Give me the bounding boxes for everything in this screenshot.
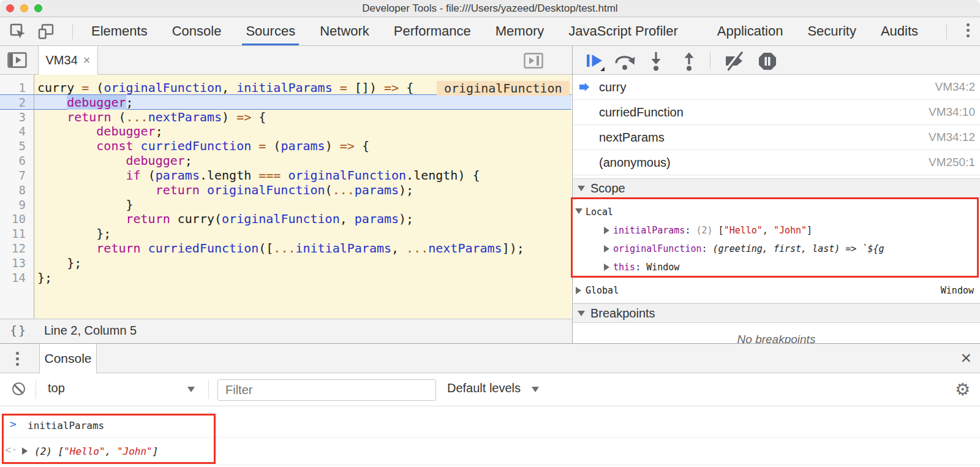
call-stack-frame[interactable]: (anonymous)VM250:1 [573, 150, 980, 175]
scope-global-label: Global [586, 278, 619, 303]
frame-name: (anonymous) [599, 150, 671, 175]
show-navigator-icon[interactable] [7, 52, 27, 68]
line-number[interactable]: 11 [12, 226, 26, 241]
frame-location: VM34:12 [929, 125, 975, 150]
code-line[interactable]: const curriedFunction = (params) => { [37, 139, 369, 153]
line-number[interactable]: 2 [19, 95, 26, 110]
line-number[interactable]: 9 [19, 197, 26, 212]
pretty-print-icon[interactable]: {} [10, 323, 27, 338]
call-stack-frame[interactable]: nextParamsVM34:12 [573, 125, 980, 150]
tab-audits[interactable]: Audits [869, 17, 930, 45]
code-line[interactable]: debugger; [37, 95, 134, 110]
active-frame-arrow-icon [579, 83, 589, 91]
tab-memory[interactable]: Memory [483, 17, 556, 45]
no-breakpoints-text: No breakpoints [573, 333, 980, 343]
line-number[interactable]: 7 [19, 168, 26, 183]
tab-application[interactable]: Application [705, 17, 796, 45]
debugger-toolbar [573, 46, 980, 75]
editor-status-bar: {} Line 2, Column 5 [0, 319, 572, 343]
deactivate-breakpoints-icon[interactable] [723, 51, 747, 71]
file-tab-strip: VM34× [0, 46, 572, 75]
line-number[interactable]: 3 [19, 110, 26, 124]
code-line[interactable]: return curry(originalFunction, params); [37, 211, 413, 226]
line-number-gutter[interactable]: 1234567891011121314 [0, 75, 34, 319]
code-line[interactable]: return curriedFunction([...initialParams… [37, 241, 524, 256]
window-titlebar: Developer Tools - file:///Users/yazeed/D… [0, 0, 980, 17]
line-number[interactable]: 1 [19, 80, 26, 95]
toolbar-separator [72, 24, 73, 39]
step-into-icon[interactable] [649, 51, 663, 71]
code-editor[interactable]: 1234567891011121314 curry = (originalFun… [0, 75, 571, 319]
file-tab-vm34[interactable]: VM34× [38, 46, 98, 75]
code-line[interactable]: return originalFunction(...params); [37, 183, 413, 197]
code-line[interactable]: curry = (originalFunction, initialParams… [37, 80, 413, 95]
frame-name: curry [599, 75, 626, 99]
tab-console[interactable]: Console [160, 17, 234, 45]
annotation-box-scope [571, 197, 979, 278]
more-options-icon[interactable] [967, 23, 970, 40]
call-stack-frame[interactable]: curryVM34:2 [573, 75, 980, 100]
collapse-icon [578, 311, 585, 316]
tab-performance[interactable]: Performance [382, 17, 483, 45]
line-number[interactable]: 6 [19, 153, 26, 168]
code-line[interactable]: debugger; [37, 124, 163, 139]
tab-network[interactable]: Network [307, 17, 382, 45]
line-number[interactable]: 5 [19, 139, 26, 153]
inspect-element-icon[interactable] [10, 23, 26, 40]
line-number[interactable]: 14 [12, 270, 26, 285]
debugger-sidebar: curryVM34:2curriedFunctionVM34:10nextPar… [572, 46, 980, 343]
console-filter-input[interactable] [217, 379, 436, 401]
line-number[interactable]: 10 [12, 211, 26, 226]
window-title: Developer Tools - file:///Users/yazeed/D… [0, 2, 980, 15]
step-out-icon[interactable] [682, 51, 696, 71]
log-levels-selector[interactable]: Default levels [447, 381, 521, 395]
code-line[interactable]: }; [37, 256, 81, 270]
scope-global-row[interactable]: Global Window [573, 278, 980, 303]
code-line[interactable]: }; [37, 270, 52, 285]
execution-context-selector[interactable]: top [48, 381, 65, 395]
clear-console-icon[interactable] [12, 382, 25, 395]
console-tab[interactable]: Console [39, 344, 97, 373]
line-number[interactable]: 4 [19, 124, 26, 139]
line-number[interactable]: 13 [12, 256, 26, 270]
tab-elements[interactable]: Elements [79, 17, 160, 45]
code-line[interactable]: debugger; [37, 153, 192, 168]
frame-location: VM34:10 [929, 100, 975, 124]
expand-icon [576, 287, 581, 294]
drawer-menu-icon[interactable] [16, 352, 19, 368]
call-stack-frame[interactable]: curriedFunctionVM34:10 [573, 100, 980, 125]
tab-sources[interactable]: Sources [233, 17, 307, 45]
close-tab-icon[interactable]: × [83, 53, 91, 67]
line-number[interactable]: 12 [12, 241, 26, 256]
device-toolbar-icon[interactable] [38, 23, 55, 40]
pause-on-exceptions-icon[interactable] [758, 51, 777, 71]
scope-global-value: Window [941, 278, 974, 303]
editor-pane-toggle-icon[interactable] [524, 53, 543, 69]
scope-header-label: Scope [590, 179, 625, 197]
drawer-tab-strip: Console × [0, 344, 980, 373]
toolbar-separator [36, 380, 36, 399]
close-drawer-icon[interactable]: × [960, 347, 971, 368]
inline-value-tooltip: originalFunction [437, 81, 570, 96]
code-line[interactable]: return (...nextParams) => { [37, 110, 266, 124]
step-over-icon[interactable] [613, 51, 636, 71]
file-tab-label: VM34 [46, 53, 78, 67]
chevron-down-icon [532, 387, 539, 392]
breakpoints-section-header[interactable]: Breakpoints [573, 303, 980, 323]
line-number[interactable]: 8 [19, 183, 26, 197]
frame-name: curriedFunction [599, 100, 684, 124]
sources-editor-pane: VM34× 1234567891011121314 curry = (origi… [0, 46, 572, 343]
collapse-icon [578, 186, 585, 191]
cursor-position-text: Line 2, Column 5 [44, 324, 137, 338]
tab-javascript-profiler[interactable]: JavaScript Profiler [556, 17, 690, 45]
code-line[interactable]: }; [37, 226, 111, 241]
code-line[interactable]: } [37, 197, 134, 212]
annotation-box-console [2, 414, 216, 464]
scope-section-header[interactable]: Scope [573, 178, 980, 198]
console-settings-gear-icon[interactable]: ⚙ [955, 379, 970, 400]
code-line[interactable]: if (params.length === originalFunction.l… [37, 168, 480, 183]
chevron-down-icon [187, 387, 195, 392]
frame-location: VM250:1 [929, 150, 975, 175]
tab-security[interactable]: Security [795, 17, 868, 45]
devtools-main-toolbar: ElementsConsoleSourcesNetworkPerformance… [0, 17, 980, 46]
